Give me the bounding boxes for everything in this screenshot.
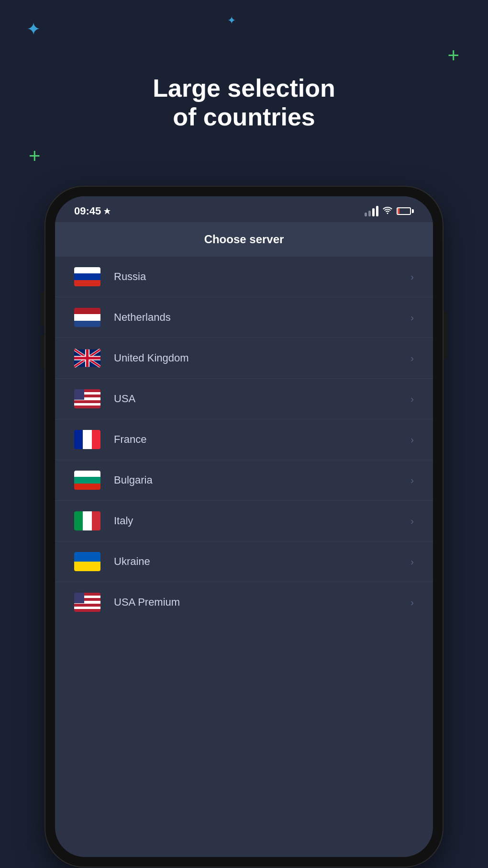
country-name: Netherlands (114, 311, 410, 324)
flag-italy (74, 511, 100, 530)
list-item[interactable]: Russia › (55, 257, 433, 297)
signal-icon (365, 206, 378, 216)
chevron-right-icon: › (410, 597, 414, 608)
flag-russia (74, 267, 100, 286)
nav-title: Choose server (204, 233, 284, 246)
country-name: United Kingdom (114, 352, 410, 364)
chevron-right-icon: › (410, 312, 414, 323)
list-item[interactable]: Netherlands › (55, 297, 433, 338)
phone-screen: 09:45 (55, 196, 433, 857)
chevron-right-icon: › (410, 434, 414, 445)
country-name: USA (114, 393, 410, 405)
star-icon-topleft: ✦ (26, 19, 41, 39)
page-title: Large selection of countries (0, 74, 488, 132)
flag-usa (74, 389, 100, 408)
list-item[interactable]: United Kingdom › (55, 338, 433, 379)
country-list: Russia › Netherlands › (55, 257, 433, 622)
location-icon (104, 208, 111, 214)
flag-usa-premium (74, 593, 100, 612)
power-button (444, 311, 447, 359)
list-item[interactable]: Bulgaria › (55, 460, 433, 501)
country-name: Italy (114, 515, 410, 527)
list-item[interactable]: Ukraine › (55, 541, 433, 582)
phone-mockup: 09:45 (45, 187, 443, 867)
list-item[interactable]: Italy › (55, 501, 433, 541)
country-name: Russia (114, 271, 410, 283)
chevron-right-icon: › (410, 271, 414, 282)
signal-bar-3 (372, 208, 375, 216)
list-item[interactable]: USA Premium › (55, 582, 433, 622)
flag-bulgaria (74, 471, 100, 490)
plus-icon-leftmid: + (29, 146, 41, 166)
chevron-right-icon: › (410, 353, 414, 364)
battery-icon (397, 207, 414, 215)
nav-bar: Choose server (55, 222, 433, 257)
chevron-right-icon: › (410, 556, 414, 567)
status-bar: 09:45 (55, 196, 433, 222)
volume-up-button (41, 292, 44, 326)
star-icon-topcenter: ✦ (227, 14, 236, 27)
chevron-right-icon: › (410, 394, 414, 405)
list-item[interactable]: France › (55, 419, 433, 460)
plus-icon-topright: + (447, 45, 459, 66)
flag-ukraine (74, 552, 100, 571)
wifi-icon (382, 206, 393, 217)
signal-bar-4 (376, 206, 378, 216)
signal-bar-2 (368, 211, 371, 216)
country-name: Ukraine (114, 555, 410, 568)
volume-down-button (41, 335, 44, 369)
signal-bar-1 (365, 213, 367, 216)
flag-france (74, 430, 100, 449)
country-name: Bulgaria (114, 474, 410, 486)
flag-uk (74, 349, 100, 368)
status-icons (365, 206, 414, 217)
chevron-right-icon: › (410, 516, 414, 527)
chevron-right-icon: › (410, 475, 414, 486)
country-name: France (114, 433, 410, 446)
country-name: USA Premium (114, 596, 410, 609)
list-item[interactable]: USA › (55, 379, 433, 419)
flag-netherlands (74, 308, 100, 327)
status-time: 09:45 (74, 205, 111, 217)
